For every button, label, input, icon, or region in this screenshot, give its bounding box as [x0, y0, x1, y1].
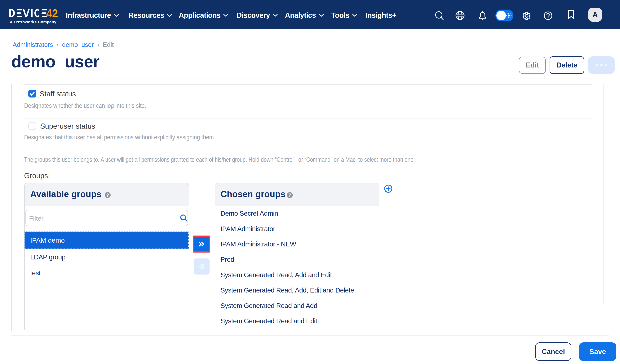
svg-text:42: 42 [46, 9, 58, 18]
